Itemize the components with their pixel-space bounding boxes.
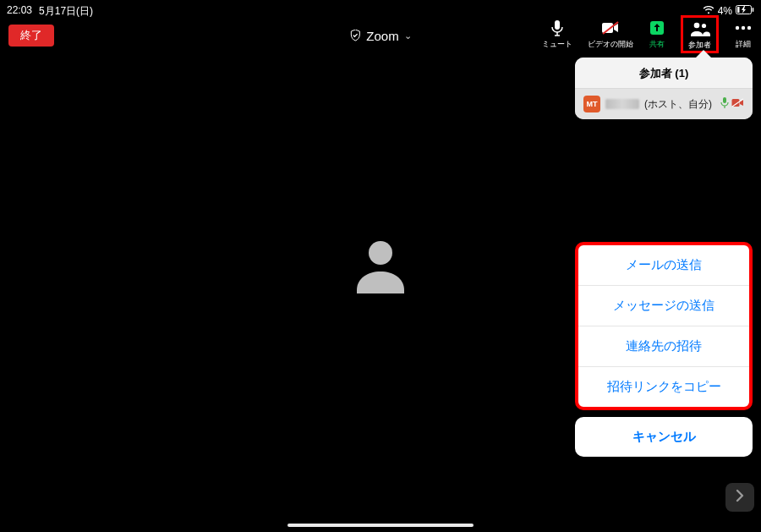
mic-on-icon: [720, 97, 729, 111]
share-label: 共有: [649, 39, 665, 50]
svg-rect-1: [737, 7, 740, 13]
camera-off-icon: [731, 98, 744, 110]
microphone-icon: [550, 19, 564, 37]
mute-button[interactable]: ミュート: [542, 19, 572, 50]
app-title-text: Zoom: [366, 29, 398, 43]
invite-send-email[interactable]: メールの送信: [578, 245, 749, 285]
start-video-button[interactable]: ビデオの開始: [588, 19, 633, 50]
svg-point-10: [701, 23, 705, 27]
invite-contacts[interactable]: 連絡先の招待: [578, 326, 749, 366]
svg-point-14: [369, 241, 392, 265]
svg-rect-2: [753, 8, 754, 12]
invite-options-sheet: メールの送信 メッセージの送信 連絡先の招待 招待リンクをコピー: [575, 242, 753, 410]
svg-point-12: [742, 25, 745, 29]
home-indicator: [287, 524, 474, 527]
more-button[interactable]: 詳細: [734, 19, 753, 50]
chevron-down-icon: ⌄: [404, 30, 412, 41]
svg-point-13: [747, 25, 751, 29]
participant-avatar: MT: [583, 96, 600, 112]
invite-send-message[interactable]: メッセージの送信: [578, 285, 749, 326]
participants-label: 参加者: [688, 40, 711, 51]
video-label: ビデオの開始: [588, 39, 633, 50]
chevron-right-icon: [735, 489, 745, 506]
invite-copy-link[interactable]: 招待リンクをコピー: [578, 366, 749, 407]
participants-popover: 参加者 (1) MT (ホスト、自分) メールの送信 メッセージの送信 連絡先の…: [575, 58, 753, 457]
share-icon: [649, 19, 665, 37]
svg-point-11: [736, 25, 739, 29]
status-time: 22:03: [7, 4, 32, 19]
battery-percent: 4%: [718, 5, 732, 17]
panel-title: 参加者 (1): [575, 58, 753, 88]
video-off-icon: [601, 19, 620, 37]
share-screen-button[interactable]: 共有: [649, 19, 665, 50]
video-placeholder-avatar: [347, 231, 414, 302]
meeting-title[interactable]: Zoom ⌄: [349, 29, 411, 43]
mute-label: ミュート: [542, 39, 572, 50]
participant-role: (ホスト、自分): [644, 97, 712, 112]
more-label: 詳細: [736, 39, 751, 50]
svg-rect-3: [555, 20, 560, 30]
svg-rect-15: [723, 97, 726, 103]
more-icon: [734, 19, 753, 37]
participants-button-highlight: 参加者: [681, 15, 719, 53]
next-page-button[interactable]: [725, 483, 754, 512]
participant-name-redacted: [605, 99, 639, 109]
end-meeting-button[interactable]: 終了: [8, 25, 54, 47]
participants-button[interactable]: 参加者: [688, 19, 711, 51]
invite-cancel-button[interactable]: キャンセル: [575, 417, 753, 457]
status-date: 5月17日(日): [39, 4, 93, 19]
battery-icon: [736, 5, 754, 17]
svg-point-9: [693, 22, 699, 28]
meeting-toolbar: 終了 Zoom ⌄ ミュート ビデオの開始 共有: [0, 19, 761, 52]
popover-arrow: [695, 50, 712, 58]
participants-icon: [690, 19, 710, 38]
participant-row[interactable]: MT (ホスト、自分): [575, 88, 753, 119]
shield-check-icon: [349, 30, 361, 41]
participants-panel: 参加者 (1) MT (ホスト、自分): [575, 58, 753, 119]
status-bar: 22:03 5月17日(日) 4%: [0, 3, 761, 19]
